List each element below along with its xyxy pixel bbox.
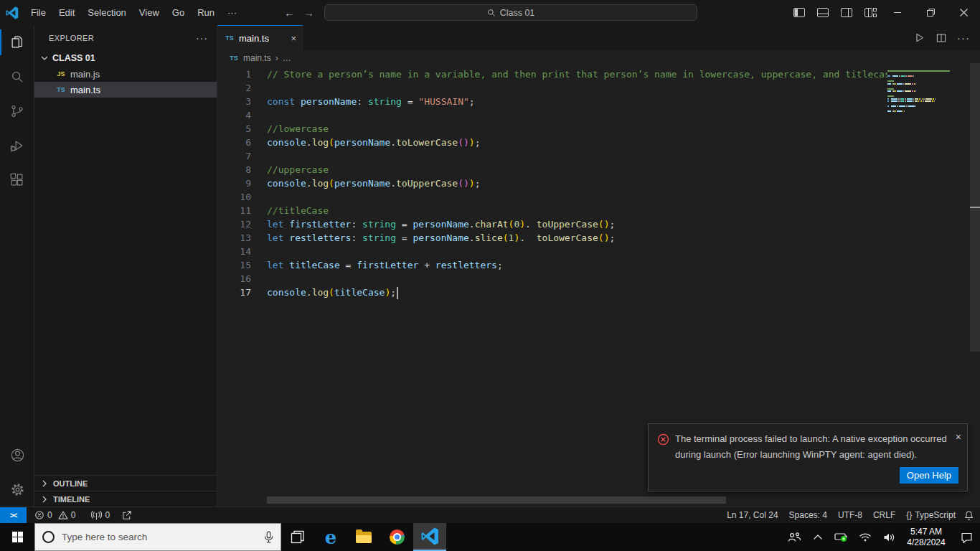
taskbar-search[interactable] — [34, 523, 281, 551]
toggle-panel-icon[interactable] — [814, 4, 832, 22]
explorer-more-actions-icon[interactable]: ··· — [196, 32, 208, 44]
task-view-icon[interactable] — [281, 523, 314, 551]
line-number: 10 — [217, 190, 251, 204]
code-line-12[interactable]: 12let firstLetter: string = personName.c… — [217, 217, 887, 231]
restore-button[interactable] — [914, 0, 947, 25]
explorer-icon[interactable] — [0, 25, 34, 60]
warnings-icon — [58, 510, 68, 520]
battery-icon[interactable] — [832, 532, 851, 542]
microphone-icon[interactable] — [264, 531, 273, 544]
menu-view[interactable]: View — [133, 4, 166, 22]
source-control-icon[interactable] — [0, 94, 34, 128]
menu-more[interactable]: ··· — [221, 4, 243, 22]
tab-main-ts[interactable]: TS main.ts × — [217, 25, 303, 50]
code-line-8[interactable]: 8//uppercase — [217, 163, 887, 176]
remote-indicator[interactable]: >< — [0, 507, 27, 524]
breadcrumb[interactable]: TS main.ts › … — [217, 50, 980, 66]
hidden-icons-chevron[interactable] — [809, 534, 827, 540]
close-button[interactable] — [947, 0, 980, 25]
file-item-main.js[interactable]: JSmain.js — [34, 66, 217, 82]
tab-close-icon[interactable]: × — [291, 33, 296, 44]
code-line-3[interactable]: 3const personName: string = "HUSSAIN"; — [217, 95, 887, 108]
menu-go[interactable]: Go — [166, 4, 191, 22]
settings-gear-icon[interactable] — [0, 472, 34, 507]
horizontal-scrollbar[interactable] — [267, 496, 726, 504]
toggle-secondary-sidebar-icon[interactable] — [837, 4, 856, 22]
folder-class01[interactable]: CLASS 01 — [34, 50, 217, 66]
problems-status[interactable]: 0 0 — [31, 507, 79, 524]
code-line-7[interactable]: 7 — [217, 149, 887, 163]
tab-label: main.ts — [239, 33, 269, 44]
line-number: 9 — [217, 176, 251, 190]
code-line-4[interactable]: 4 — [217, 108, 887, 122]
open-help-button[interactable]: Open Help — [900, 467, 958, 484]
outline-section[interactable]: OUTLINE — [34, 475, 217, 491]
vscode-taskbar-icon[interactable] — [413, 523, 446, 551]
account-icon[interactable] — [0, 438, 34, 472]
customize-layout-icon[interactable] — [861, 4, 880, 22]
search-icon[interactable] — [0, 60, 34, 94]
notifications-bell-icon[interactable] — [963, 510, 974, 521]
split-editor-icon[interactable] — [936, 32, 947, 44]
code-line-10[interactable]: 10 — [217, 190, 887, 204]
line-text: let titleCase = firstLetter + restletter… — [251, 258, 503, 272]
toggle-sidebar-icon[interactable] — [790, 4, 809, 22]
code-line-15[interactable]: 15let titleCase = firstLetter + restlett… — [217, 258, 887, 272]
encoding-status[interactable]: UTF-8 — [835, 507, 865, 524]
code-line-9[interactable]: 9console.log(personName.toUpperCase()); — [217, 176, 887, 190]
menu-run[interactable]: Run — [191, 4, 221, 22]
volume-icon[interactable] — [880, 532, 898, 542]
extensions-icon[interactable] — [0, 163, 34, 197]
menu-edit[interactable]: Edit — [52, 4, 81, 22]
indentation-status[interactable]: Spaces: 4 — [786, 507, 830, 524]
nav-forward-icon[interactable]: → — [303, 6, 314, 19]
code-line-13[interactable]: 13let restletters: string = personName.s… — [217, 231, 887, 245]
editor-more-actions-icon[interactable]: ··· — [957, 32, 970, 44]
code-line-11[interactable]: 11//titleCase — [217, 204, 887, 217]
menu-file[interactable]: File — [24, 4, 52, 22]
run-debug-icon[interactable] — [0, 128, 34, 163]
line-number: 11 — [217, 204, 251, 217]
command-center-search[interactable]: Class 01 — [324, 4, 697, 21]
notification-toast: The terminal process failed to launch: A… — [648, 423, 968, 491]
edge-taskbar-icon[interactable]: e — [314, 523, 347, 551]
file-item-main.ts[interactable]: TSmain.ts — [34, 82, 217, 98]
file-explorer-taskbar-icon[interactable] — [347, 523, 380, 551]
menu-selection[interactable]: Selection — [81, 4, 132, 22]
breadcrumb-symbol[interactable]: … — [283, 53, 291, 63]
language-status[interactable]: {} TypeScript — [903, 507, 958, 524]
launch-status-icon[interactable] — [118, 507, 136, 524]
code-line-1[interactable]: 1// Store a person’s name in a variable,… — [217, 67, 887, 81]
code-line-2[interactable]: 2 — [217, 81, 887, 95]
layout-controls — [790, 0, 880, 25]
eol-status[interactable]: CRLF — [870, 507, 898, 524]
people-icon[interactable] — [785, 532, 804, 543]
ts-file-icon: TS — [56, 86, 66, 93]
run-file-icon[interactable] — [913, 32, 925, 44]
action-center-icon[interactable] — [957, 532, 976, 543]
vscode-window: FileEditSelectionViewGoRun··· ← → Class … — [0, 0, 980, 551]
ports-status[interactable]: 0 — [88, 507, 113, 524]
minimap[interactable] — [887, 66, 970, 113]
line-text: //lowercase — [251, 122, 329, 136]
code-line-14[interactable]: 14 — [217, 245, 887, 258]
code-line-17[interactable]: 17console.log(titleCase); — [217, 286, 887, 299]
ts-file-icon: TS — [229, 55, 239, 62]
code-line-5[interactable]: 5//lowercase — [217, 122, 887, 136]
minimize-button[interactable] — [881, 0, 914, 25]
start-button[interactable] — [0, 523, 34, 551]
wifi-icon[interactable] — [856, 532, 875, 542]
code-line-6[interactable]: 6console.log(personName.toLowerCase()); — [217, 136, 887, 149]
line-text: // Store a person’s name in a variable, … — [251, 67, 887, 81]
nav-back-icon[interactable]: ← — [284, 6, 295, 19]
notification-close-icon[interactable]: × — [956, 431, 961, 463]
taskbar-clock[interactable]: 5:47 AM 4/28/2024 — [903, 527, 949, 548]
windows-taskbar: e — [0, 523, 980, 551]
chrome-taskbar-icon[interactable] — [380, 523, 413, 551]
taskbar-search-input[interactable] — [62, 532, 257, 542]
code-line-16[interactable]: 16 — [217, 272, 887, 286]
line-number: 4 — [217, 108, 251, 122]
timeline-section[interactable]: TIMELINE — [34, 491, 217, 507]
cursor-position-status[interactable]: Ln 17, Col 24 — [724, 507, 781, 524]
breadcrumb-file[interactable]: main.ts — [243, 53, 271, 63]
